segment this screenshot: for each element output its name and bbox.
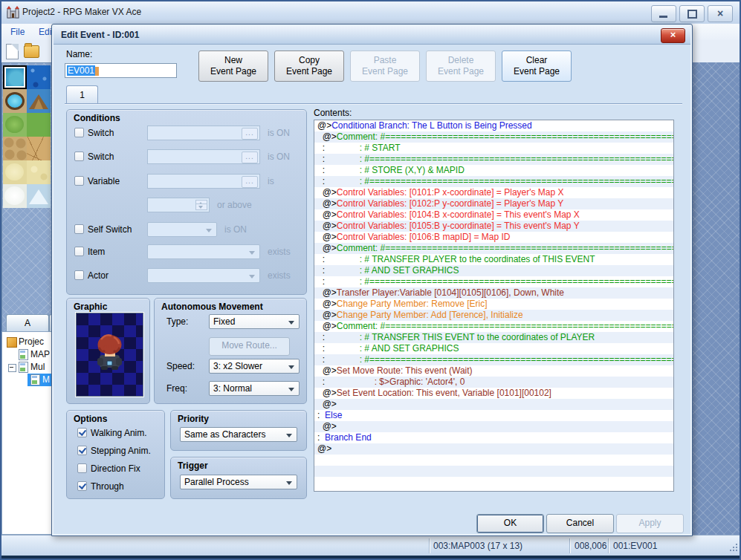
name-value: EV001: [67, 65, 95, 76]
event-command-row[interactable]: [314, 455, 673, 466]
event-graphic-preview[interactable]: [76, 313, 143, 397]
dialog-close-button[interactable]: ×: [661, 28, 685, 43]
spinner-down-icon[interactable]: [195, 204, 207, 210]
tree-item[interactable]: MAP: [2, 348, 54, 361]
move-route-button[interactable]: Move Route...: [209, 337, 290, 356]
event-command-row[interactable]: @>Change Party Member: Remove [Eric]: [314, 299, 673, 310]
ellipsis-button[interactable]: ...: [242, 128, 258, 140]
event-command-row[interactable]: : : #===================================…: [314, 276, 673, 287]
event-command-row[interactable]: : Else: [314, 410, 673, 421]
bush-tile[interactable]: [3, 113, 27, 137]
option-checkbox[interactable]: [77, 481, 87, 491]
condition-label: Actor: [88, 270, 109, 281]
ellipsis-button[interactable]: ...: [242, 176, 258, 188]
ice-mountain-tile[interactable]: [27, 184, 51, 208]
event-command-row[interactable]: : : $>Graphic: 'Actor4', 0: [314, 377, 673, 388]
event-command-row[interactable]: : : # AND SET GRAPHICS: [314, 265, 673, 276]
condition-checkbox[interactable]: [74, 152, 84, 161]
menu-file[interactable]: File: [10, 27, 25, 37]
event-command-row[interactable]: : : # AND SET GRAPHICS: [314, 343, 673, 354]
pale-sand-tile[interactable]: [3, 160, 27, 184]
new-file-icon[interactable]: [6, 44, 19, 59]
event-command-row[interactable]: : : # START: [314, 143, 673, 154]
tree-item[interactable]: Projec: [2, 336, 54, 348]
movement-freq-select[interactable]: 3: Normal: [209, 381, 300, 396]
value-spinner[interactable]: [147, 198, 210, 212]
resize-grip-icon[interactable]: [728, 542, 737, 551]
status-separator: [569, 538, 570, 553]
event-command-row[interactable]: @>Control Variables: [0106:B mapID] = Ma…: [314, 232, 673, 243]
cancel-button[interactable]: Cancel: [546, 514, 614, 533]
event-page-tab-1[interactable]: 1: [66, 85, 98, 104]
close-button[interactable]: ×: [708, 5, 733, 22]
event-command-row[interactable]: @>Transfer Player:Variable [0104][0105][…: [314, 287, 673, 299]
condition-checkbox[interactable]: [74, 247, 84, 256]
event-command-row[interactable]: @>Set Event Location: This event, Variab…: [314, 388, 673, 399]
event-command-row[interactable]: [314, 466, 673, 477]
tree-item[interactable]: M: [2, 374, 54, 386]
window-titlebar: Project2 - RPG Maker VX Ace ×: [0, 0, 741, 25]
option-checkbox[interactable]: [77, 446, 87, 455]
event-command-row[interactable]: @>Control Variables: [0104:B x-coordinat…: [314, 209, 673, 221]
event-command-row[interactable]: @>Control Variables: [0102:P y-coordinat…: [314, 198, 673, 209]
event-command-row[interactable]: @>Set Move Route: This event (Wait): [314, 365, 673, 377]
collapse-icon[interactable]: [8, 364, 16, 372]
new-event-page-button[interactable]: NewEvent Page: [198, 51, 268, 82]
project-tree[interactable]: ProjecMAPMulM: [1, 331, 54, 535]
option-checkbox[interactable]: [77, 428, 87, 437]
event-command-row[interactable]: @>Comment: #============================…: [314, 321, 673, 332]
event-command-row[interactable]: : Branch End: [314, 432, 673, 443]
event-command-row[interactable]: @>Conditional Branch: The L Button is Be…: [314, 120, 673, 131]
tree-item-label: MAP: [30, 348, 50, 361]
event-command-row[interactable]: @>Control Variables: [0105:B y-coordinat…: [314, 221, 673, 232]
event-command-row[interactable]: : : #===================================…: [314, 154, 673, 165]
cracked-earth-tile[interactable]: [27, 137, 51, 160]
event-command-row[interactable]: @>: [314, 399, 673, 410]
clear-event-page-button[interactable]: ClearEvent Page: [502, 51, 572, 82]
tree-item[interactable]: Mul: [2, 361, 54, 374]
movement-type-select[interactable]: Fixed: [209, 314, 300, 329]
open-folder-icon[interactable]: [24, 45, 39, 58]
movement-speed-select[interactable]: 3: x2 Slower: [209, 359, 300, 374]
event-command-row[interactable]: : : # TRANSFER THIS EVENT to the coordin…: [314, 332, 673, 343]
minimize-button[interactable]: [651, 5, 676, 22]
grass-tile[interactable]: [27, 113, 51, 137]
event-command-row[interactable]: : : # TRANSFER PLAYER to the coordinates…: [314, 254, 673, 265]
map-icon: [30, 374, 40, 385]
event-command-row[interactable]: @>: [314, 443, 673, 455]
water-tile[interactable]: [3, 65, 27, 89]
event-command-row[interactable]: [314, 477, 673, 488]
condition-suffix: is: [268, 176, 274, 186]
palette-tab-a[interactable]: A: [6, 314, 49, 332]
ellipsis-button[interactable]: ...: [242, 152, 258, 163]
event-command-row[interactable]: : : #===================================…: [314, 354, 673, 365]
condition-checkbox[interactable]: [74, 270, 84, 280]
event-command-row[interactable]: @>Control Variables: [0101:P x-coordinat…: [314, 187, 673, 198]
mountain-tile[interactable]: [27, 89, 51, 113]
cobblestone-tile[interactable]: [3, 137, 27, 160]
condition-checkbox[interactable]: [74, 128, 84, 137]
condition-checkbox[interactable]: [74, 176, 84, 186]
pond-tile[interactable]: [3, 89, 27, 113]
event-command-row[interactable]: @>Change Party Member: Add [Terence], In…: [314, 310, 673, 321]
snow-tile[interactable]: [3, 184, 27, 208]
tile-palette[interactable]: [1, 62, 54, 334]
priority-select[interactable]: Same as Characters: [180, 427, 297, 442]
event-command-row[interactable]: @>Comment: #============================…: [314, 131, 673, 143]
copy-event-page-button[interactable]: CopyEvent Page: [274, 51, 344, 82]
maximize-button[interactable]: [679, 5, 705, 22]
map-icon: [19, 349, 28, 360]
name-input[interactable]: EV001: [65, 63, 177, 78]
trigger-select[interactable]: Parallel Process: [180, 475, 297, 489]
event-command-row[interactable]: : : # STORE (X,Y) & MAPID: [314, 165, 673, 176]
event-command-row[interactable]: @>: [314, 421, 673, 432]
event-command-row[interactable]: @>Comment: #============================…: [314, 243, 673, 254]
sand-tile[interactable]: [27, 160, 51, 184]
sea-tile[interactable]: [27, 65, 51, 89]
option-checkbox[interactable]: [77, 463, 87, 473]
ok-button[interactable]: OK: [476, 514, 544, 533]
event-command-row[interactable]: : : #===================================…: [314, 176, 673, 187]
condition-checkbox[interactable]: [74, 224, 84, 234]
event-command-list[interactable]: @>Conditional Branch: The L Button is Be…: [314, 120, 674, 492]
delete-event-page-button: DeleteEvent Page: [426, 51, 496, 82]
